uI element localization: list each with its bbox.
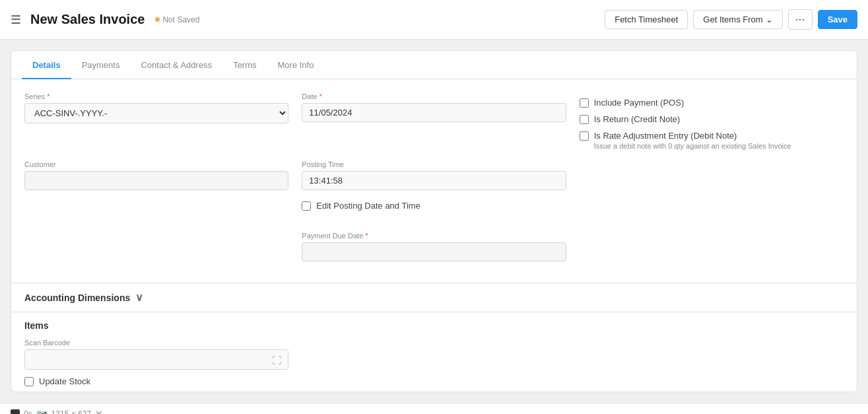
series-field: Series ACC-SINV-.YYYY.- <box>24 92 288 150</box>
top-bar: ☰ New Sales Invoice Not Saved Fetch Time… <box>0 0 868 40</box>
empty-right <box>580 232 844 261</box>
update-stock-label: Update Stock <box>39 376 90 386</box>
customer-field: Customer <box>24 160 288 190</box>
scan-barcode-wrapper: Scan Barcode ⛶ <box>24 339 844 370</box>
accounting-dimensions-chevron-icon: ∨ <box>135 291 143 304</box>
tab-contact-address[interactable]: Contact & Address <box>130 51 222 79</box>
include-payment-checkbox-row: Include Payment (POS) <box>580 98 844 108</box>
series-label: Series <box>24 92 288 100</box>
checkbox-group: Include Payment (POS) Is Return (Credit … <box>580 92 844 150</box>
date-field: Date <box>302 92 566 150</box>
empty-left <box>24 232 288 261</box>
fetch-timesheet-button[interactable]: Fetch Timesheet <box>605 10 688 29</box>
bottom-bar: 0s 📷 868 × 414 ✕ <box>0 403 868 414</box>
posting-time-field: Posting Time <box>302 160 566 190</box>
form-card: Details Payments Contact & Address Terms… <box>11 50 857 392</box>
posting-time-input[interactable] <box>302 171 566 190</box>
edit-posting-row: Edit Posting Date and Time <box>302 201 566 211</box>
empty-col-left <box>24 201 288 221</box>
rate-adjustment-checkbox-row: Is Rate Adjustment Entry (Debit Note) <box>580 131 844 141</box>
series-select[interactable]: ACC-SINV-.YYYY.- <box>24 103 288 123</box>
debit-note-description: Issue a debit note with 0 qty against an… <box>580 142 844 150</box>
payment-due-date-input[interactable] <box>302 242 566 261</box>
rate-adjustment-wrapper: Is Rate Adjustment Entry (Debit Note) Is… <box>580 131 844 150</box>
scan-barcode-label: Scan Barcode <box>24 339 844 347</box>
camera-icon: 📷 <box>36 409 48 414</box>
tab-more-info[interactable]: More Info <box>267 51 325 79</box>
form-row-2: Customer Posting Time <box>24 160 844 190</box>
page-title: New Sales Invoice <box>30 12 145 27</box>
get-items-label: Get Items From <box>703 15 762 24</box>
is-return-label: Is Return (Credit Note) <box>594 114 681 124</box>
customer-input[interactable] <box>24 171 288 190</box>
series-select-wrapper: ACC-SINV-.YYYY.- <box>24 103 288 123</box>
form-row-1: Series ACC-SINV-.YYYY.- Date <box>24 92 844 150</box>
not-saved-label: Not Saved <box>162 15 199 24</box>
include-payment-checkbox[interactable] <box>580 98 589 108</box>
is-return-checkbox-row: Is Return (Credit Note) <box>580 114 844 124</box>
tab-payments[interactable]: Payments <box>71 51 131 79</box>
top-bar-actions: Fetch Timesheet Get Items From ⌄ ··· Sav… <box>605 9 857 30</box>
posting-time-label: Posting Time <box>302 160 566 168</box>
hamburger-icon[interactable]: ☰ <box>11 13 21 27</box>
include-payment-label: Include Payment (POS) <box>594 98 684 108</box>
update-stock-checkbox[interactable] <box>24 377 34 386</box>
date-label: Date <box>302 92 566 100</box>
edit-posting-row-wrapper: Edit Posting Date and Time <box>24 201 844 221</box>
payment-due-date-field: Payment Due Date <box>302 232 566 261</box>
barcode-input-wrapper: ⛶ <box>24 349 288 370</box>
tab-terms[interactable]: Terms <box>222 51 267 79</box>
tabs: Details Payments Contact & Address Terms… <box>11 51 857 79</box>
close-bottom-bar-button[interactable]: ✕ <box>95 409 103 414</box>
barcode-input[interactable] <box>24 349 288 370</box>
empty-col-right <box>580 201 844 221</box>
customer-label: Customer <box>24 160 288 168</box>
rate-adjustment-checkbox[interactable] <box>580 131 589 141</box>
unsaved-dot <box>155 17 160 22</box>
main-content: Details Payments Contact & Address Terms… <box>0 40 868 403</box>
form-body: Series ACC-SINV-.YYYY.- Date <box>11 79 857 283</box>
save-button[interactable]: Save <box>818 10 857 29</box>
get-items-from-button[interactable]: Get Items From ⌄ <box>693 10 782 29</box>
empty-col-3 <box>580 160 844 190</box>
date-input[interactable] <box>302 103 566 122</box>
barcode-scan-icon: ⛶ <box>272 354 282 365</box>
edit-posting-label: Edit Posting Date and Time <box>316 201 420 211</box>
more-options-button[interactable]: ··· <box>788 9 813 30</box>
dimension-text: 868 × 414 <box>51 409 91 414</box>
accounting-dimensions-section[interactable]: Accounting Dimensions ∨ <box>11 283 857 312</box>
update-stock-row: Update Stock <box>24 376 844 386</box>
payment-due-date-row: Payment Due Date <box>24 232 844 261</box>
timer-label: 0s <box>24 409 32 414</box>
is-return-checkbox[interactable] <box>580 115 589 124</box>
get-items-chevron-icon: ⌄ <box>766 15 773 24</box>
items-title: Items <box>24 320 844 331</box>
payment-due-date-label: Payment Due Date <box>302 232 566 240</box>
accounting-dimensions-label: Accounting Dimensions <box>24 293 130 303</box>
not-saved-badge: Not Saved <box>155 15 199 24</box>
items-section: Items Scan Barcode ⛶ Update Stock <box>11 312 857 392</box>
edit-posting-checkbox[interactable] <box>302 201 311 211</box>
tab-details[interactable]: Details <box>22 51 71 79</box>
rate-adjustment-label: Is Rate Adjustment Entry (Debit Note) <box>594 131 737 141</box>
black-square-icon <box>11 409 20 414</box>
bottom-indicator: 0s 📷 868 × 414 ✕ <box>11 409 103 414</box>
